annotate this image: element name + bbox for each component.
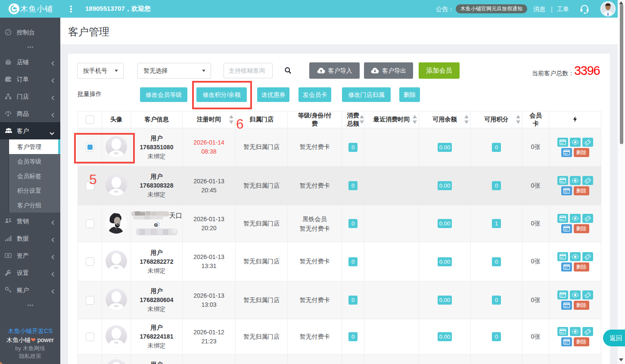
svg-text:请留: 请留: [114, 190, 118, 193]
svg-text:请留: 请留: [114, 266, 118, 269]
svg-text:请留: 请留: [114, 305, 118, 307]
svg-text:请留: 请留: [114, 341, 118, 344]
svg-text:B: B: [7, 254, 9, 257]
